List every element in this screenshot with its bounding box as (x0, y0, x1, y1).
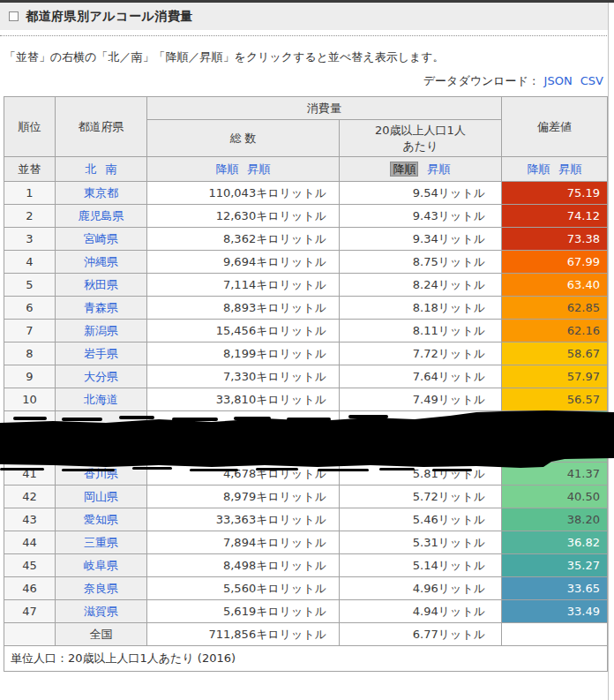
prefecture-cell: 北海道 (56, 388, 147, 411)
per-capita-cell: 8.75リットル (340, 251, 502, 274)
prefecture-cell: 東京都 (56, 182, 147, 205)
sort-south-link[interactable]: 南 (106, 162, 117, 176)
total-consumption-cell: 8,199キロリットル (147, 342, 340, 365)
deviation-cell: 33.65 (502, 577, 608, 600)
prefecture-link[interactable]: 鹿児島県 (79, 209, 124, 222)
table-row: 1 東京都 110,043キロリットル 9.54リットル 75.19 (4, 182, 608, 205)
alcohol-consumption-table: 順位 都道府県 消費量 偏差値 総 数 20歳以上人口1人 あたり 並替 北 (4, 96, 608, 672)
divider (0, 35, 609, 36)
header-consumption-group: 消費量 (147, 97, 502, 120)
per-capita-cell: 4.94リットル (340, 600, 502, 623)
prefecture-link[interactable]: 沖縄県 (84, 255, 118, 268)
download-json-link[interactable]: JSON (544, 74, 573, 87)
per-capita-cell: 9.34リットル (340, 228, 502, 251)
header-prefecture: 都道府県 (56, 97, 147, 157)
prefecture-link[interactable]: 三重県 (84, 536, 118, 549)
prefecture-link[interactable]: 宮崎県 (84, 232, 118, 245)
deviation-cell: 36.82 (502, 531, 608, 554)
per-capita-cell: 9.54リットル (340, 182, 502, 205)
rank-cell: 7 (4, 320, 56, 342)
rank-cell: 3 (4, 228, 56, 251)
rank-cell: 10 (4, 388, 56, 411)
section-title-bar: 都道府県別アルコール消費量 (0, 3, 609, 30)
redacted-rows-block (4, 411, 608, 453)
sort-percapita-cell: 降順 昇順 (340, 157, 502, 182)
total-consumption-cell: 5,560キロリットル (147, 577, 340, 600)
prefecture-link[interactable]: 香川県 (84, 467, 118, 480)
table-row: 41 香川県 4,678キロリットル 5.81リットル 41.37 (4, 463, 608, 485)
sort-total-asc-link[interactable]: 昇順 (248, 162, 271, 176)
prefecture-cell: 滋賀県 (56, 600, 147, 623)
per-capita-cell: 4.96リットル (340, 577, 502, 600)
unit-footnote: 単位人口：20歳以上人口1人あたり (2016) (4, 646, 608, 672)
sort-north-link[interactable]: 北 (85, 162, 96, 176)
sort-deviation-desc-link[interactable]: 降順 (527, 162, 550, 176)
per-capita-cell: 7.72リットル (340, 342, 502, 365)
total-consumption-cell: 33,810キロリットル (147, 388, 340, 411)
download-csv-link[interactable]: CSV (580, 74, 603, 87)
prefecture-cell: 奈良県 (56, 577, 147, 600)
sort-deviation-asc-link[interactable]: 昇順 (559, 162, 582, 176)
national-total-cell: 711,856キロリットル (147, 623, 340, 646)
deviation-cell: 73.38 (502, 228, 608, 251)
deviation-cell: 74.12 (502, 205, 608, 228)
prefecture-link[interactable]: 奈良県 (84, 582, 118, 595)
prefecture-cell: 青森県 (56, 297, 147, 320)
prefecture-cell: 沖縄県 (56, 251, 147, 274)
table-row: 44 三重県 7,894キロリットル 5.31リットル 36.82 (4, 531, 608, 554)
prefecture-link[interactable]: 愛知県 (84, 513, 118, 526)
prefecture-link[interactable]: 新潟県 (84, 324, 118, 337)
page: 都道府県別アルコール消費量 「並替」の右横の「北／南」「降順／昇順」をクリックす… (0, 0, 614, 700)
table-row: 2 鹿児島県 12,630キロリットル 9.43リットル 74.12 (4, 205, 608, 228)
prefecture-cell: 新潟県 (56, 320, 147, 342)
prefecture-link[interactable]: 秋田県 (84, 278, 118, 291)
rank-cell: 42 (4, 485, 56, 508)
sort-percapita-desc-selected[interactable]: 降順 (390, 162, 418, 177)
per-capita-cell: 5.72リットル (340, 485, 502, 508)
rank-cell: 43 (4, 508, 56, 531)
prefecture-link[interactable]: 東京都 (84, 186, 118, 199)
rank-cell: 47 (4, 600, 56, 623)
header-per-capita-line2: あたり (340, 139, 501, 154)
sort-prefecture-cell: 北 南 (56, 157, 147, 182)
sort-percapita-asc-link[interactable]: 昇順 (428, 162, 451, 176)
rank-cell: 1 (4, 182, 56, 205)
deviation-cell: 75.19 (502, 182, 608, 205)
table-row: 7 新潟県 15,456キロリットル 8.11リットル 62.16 (4, 320, 608, 342)
table-row: 43 愛知県 33,363キロリットル 5.46リットル 38.20 (4, 508, 608, 531)
rank-cell (4, 623, 56, 646)
sort-total-desc-link[interactable]: 降順 (215, 162, 238, 176)
prefecture-link[interactable]: 岩手県 (84, 347, 118, 360)
rank-cell: 45 (4, 554, 56, 577)
prefecture-link[interactable]: 滋賀県 (84, 605, 118, 618)
table-row: 5 秋田県 7,114キロリットル 8.24リットル 63.40 (4, 274, 608, 297)
prefecture-cell: 岩手県 (56, 342, 147, 365)
prefecture-link[interactable]: 青森県 (84, 301, 118, 314)
deviation-cell: 58.67 (502, 342, 608, 365)
national-total-row: 全国 711,856キロリットル 6.77リットル (4, 623, 608, 646)
prefecture-link[interactable]: 北海道 (84, 393, 118, 406)
national-deviation-cell (502, 623, 608, 646)
deviation-cell: 33.49 (502, 600, 608, 623)
deviation-cell: 57.97 (502, 365, 608, 388)
prefecture-cell: 三重県 (56, 531, 147, 554)
rank-cell: 46 (4, 577, 56, 600)
rank-cell: 2 (4, 205, 56, 228)
prefecture-link[interactable]: 岐阜県 (84, 559, 118, 572)
footnote-row: 単位人口：20歳以上人口1人あたり (2016) (4, 646, 608, 672)
sort-total-cell: 降順 昇順 (147, 157, 340, 182)
deviation-cell: 67.99 (502, 251, 608, 274)
prefecture-cell: 大分県 (56, 365, 147, 388)
prefecture-link[interactable]: 大分県 (84, 370, 118, 383)
total-consumption-cell: 4,678キロリットル (147, 463, 340, 485)
deviation-cell: 40.50 (502, 485, 608, 508)
prefecture-link[interactable]: 岡山県 (84, 490, 118, 503)
per-capita-cell: 8.11リットル (340, 320, 502, 342)
per-capita-cell: 9.43リットル (340, 205, 502, 228)
national-per-capita-cell: 6.77リットル (340, 623, 502, 646)
rank-cell: 44 (4, 531, 56, 554)
table-row: 42 岡山県 8,979キロリットル 5.72リットル 40.50 (4, 485, 608, 508)
total-consumption-cell: 7,114キロリットル (147, 274, 340, 297)
prefecture-cell: 香川県 (56, 463, 147, 485)
sort-deviation-cell: 降順 昇順 (502, 157, 608, 182)
